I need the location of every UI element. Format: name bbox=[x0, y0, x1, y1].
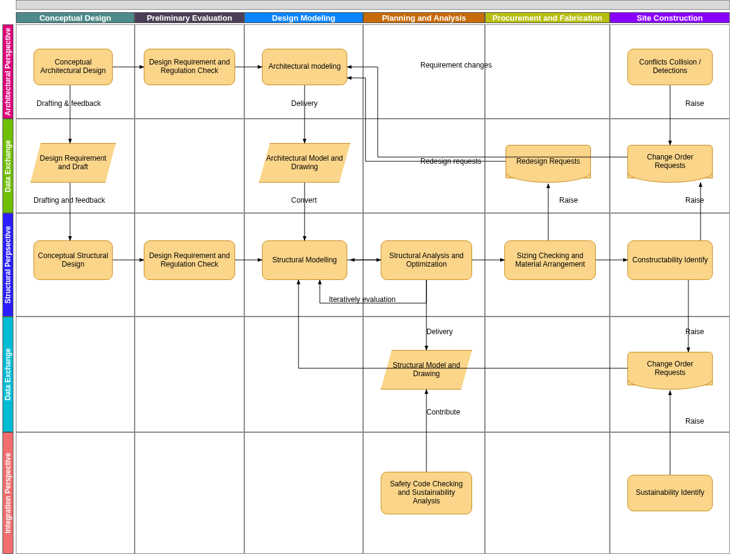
grid-cell bbox=[16, 432, 135, 554]
row-hdr-struct: Structural Perpsective bbox=[2, 213, 13, 317]
node-arch-modeling[interactable]: Architectural modeling bbox=[262, 49, 347, 85]
col-hdr-procure: Procurement and Fabrication bbox=[485, 12, 610, 23]
grid-cell bbox=[244, 432, 363, 554]
lbl-delivery-a: Delivery bbox=[291, 99, 317, 108]
col-hdr-modeling: Design Modeling bbox=[244, 12, 363, 23]
node-struct-modelling[interactable]: Structural Modelling bbox=[262, 240, 347, 280]
row-hdr-data2-label: Data Exchange bbox=[4, 348, 12, 401]
lbl-raise1: Raise bbox=[685, 99, 704, 108]
node-constructability[interactable]: Constructability Identify bbox=[627, 240, 713, 280]
node-req-check-struct[interactable]: Design Requirement and Regulation Check bbox=[144, 240, 235, 280]
grid-cell bbox=[135, 432, 244, 554]
node-conc-struct[interactable]: Conceptual Structural Design bbox=[34, 240, 113, 280]
lbl-draft-fb2: Drafting and feedback bbox=[34, 196, 105, 205]
diagram-stage: Conceptual Design Preliminary Evaluation… bbox=[0, 0, 731, 560]
node-redesign-requests[interactable]: Redesign Requests bbox=[506, 145, 591, 178]
node-design-req-draft[interactable]: Design Requirement and Draft bbox=[30, 143, 116, 183]
grid-cell bbox=[244, 317, 363, 432]
node-struct-model-drawing[interactable]: Structural Model and Drawing bbox=[381, 350, 472, 390]
lbl-raise4: Raise bbox=[685, 327, 704, 336]
lbl-raise2: Raise bbox=[559, 196, 578, 205]
row-hdr-struct-label: Structural Perpsective bbox=[4, 226, 12, 303]
node-safety[interactable]: Safety Code Checking and Sustainability … bbox=[381, 472, 472, 514]
lbl-iter-eval: Iteratively evaluation bbox=[329, 295, 395, 304]
node-req-check-arch[interactable]: Design Requirement and Regulation Check bbox=[144, 49, 235, 85]
lbl-delivery-b: Delivery bbox=[426, 327, 453, 336]
lbl-raise3: Raise bbox=[685, 196, 704, 205]
node-change-order-b[interactable]: Change Order Requests bbox=[627, 352, 713, 385]
col-hdr-planning: Planning and Analysis bbox=[363, 12, 485, 23]
node-conc-arch[interactable]: Conceptual Architectural Design bbox=[34, 49, 113, 85]
node-conflicts[interactable]: Conflicts Collision / Detections bbox=[627, 49, 713, 85]
lbl-raise5: Raise bbox=[685, 417, 704, 425]
top-strip bbox=[16, 0, 730, 10]
grid-cell bbox=[363, 119, 485, 213]
col-hdr-conceptual: Conceptual Design bbox=[16, 12, 135, 23]
row-hdr-arch: Architectural Perspective bbox=[2, 24, 13, 119]
col-hdr-prelim: Preliminary Evaluation bbox=[135, 12, 244, 23]
row-hdr-integ: Integration Perspective bbox=[2, 432, 13, 554]
node-arch-model-drawing[interactable]: Architectural Model and Drawing bbox=[259, 143, 350, 183]
row-hdr-data2: Data Exchange bbox=[2, 317, 13, 432]
node-struct-analysis[interactable]: Structural Analysis and Optimization bbox=[381, 240, 472, 280]
grid-cell bbox=[485, 24, 610, 119]
grid-cell bbox=[135, 317, 244, 432]
lbl-redesign-req: Redesign requests bbox=[420, 157, 481, 166]
row-hdr-arch-label: Architectural Perspective bbox=[4, 27, 12, 116]
col-hdr-site: Site Construction bbox=[610, 12, 730, 23]
node-change-order-a[interactable]: Change Order Requests bbox=[627, 145, 713, 178]
row-hdr-integ-label: Integration Perspective bbox=[4, 453, 12, 534]
lbl-contribute: Contribute bbox=[426, 408, 460, 416]
grid-cell bbox=[485, 432, 610, 554]
grid-cell bbox=[363, 24, 485, 119]
node-sizing[interactable]: Sizing Checking and Material Arrangement bbox=[504, 240, 596, 280]
row-hdr-data1: Data Exchange bbox=[2, 119, 13, 213]
node-sustainability[interactable]: Sustainability Identify bbox=[627, 475, 713, 511]
lbl-req-changes: Requirement changes bbox=[420, 61, 492, 69]
lbl-draft-fb: Drafting & feedback bbox=[37, 99, 101, 108]
grid-cell bbox=[135, 119, 244, 213]
grid-cell bbox=[16, 317, 135, 432]
grid-cell bbox=[485, 317, 610, 432]
lbl-convert: Convert bbox=[291, 196, 317, 205]
row-hdr-data1-label: Data Exchange bbox=[4, 139, 12, 192]
